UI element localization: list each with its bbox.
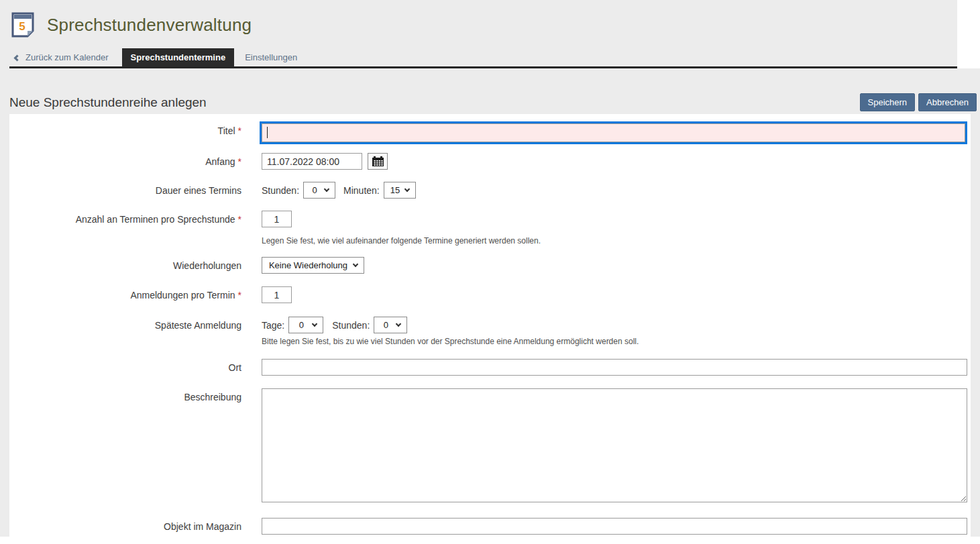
page-title: Neue Sprechstundenreihe anlegen <box>9 95 207 110</box>
required-asterisk: * <box>238 290 241 301</box>
anfang-datetime-input[interactable] <box>262 153 362 170</box>
calendar-icon <box>372 156 384 166</box>
content-zone: Neue Sprechstundenreihe anlegen Speicher… <box>0 68 980 537</box>
anmeldungen-label: Anmeldungen pro Termin* <box>9 286 262 301</box>
row-beschreibung: Beschreibung <box>9 388 967 502</box>
row-objekt: Objekt im Magazin <box>9 518 967 535</box>
dauer-stunden-label: Stunden: <box>262 185 299 196</box>
app-title: Sprechstundenverwaltung <box>47 15 252 36</box>
header-band: 5 Sprechstundenverwaltung Zurück zum Kal… <box>0 0 957 68</box>
text-caret <box>267 127 268 138</box>
chevron-down-icon <box>324 186 329 192</box>
tab-bar: Zurück zum Kalender Sprechstundentermine… <box>9 48 957 68</box>
required-asterisk: * <box>238 214 241 225</box>
anzahl-label: Anzahl an Terminen pro Sprechstunde* <box>9 211 262 225</box>
row-wiederholungen: Wiederholungen Keine Wiederholung <box>9 257 967 274</box>
spaeteste-hint: Bitte legen Sie fest, bis zu wie viel St… <box>262 337 967 346</box>
calendar-picker-button[interactable] <box>368 153 388 170</box>
ort-label: Ort <box>9 359 262 373</box>
form-panel: Titel* Anfang* <box>9 114 971 537</box>
spaeteste-label: Späteste Anmeldung <box>9 317 262 331</box>
calendar-app-icon: 5 <box>11 12 34 38</box>
ort-input[interactable] <box>262 359 967 376</box>
tab-sprechstundentermine[interactable]: Sprechstundentermine <box>122 48 235 66</box>
toolbar-buttons: Speichern Abbrechen <box>860 93 977 111</box>
dauer-stunden-select[interactable]: 0 <box>303 182 335 199</box>
save-button[interactable]: Speichern <box>860 93 916 111</box>
row-anmeldungen: Anmeldungen pro Termin* <box>9 286 967 303</box>
required-asterisk: * <box>238 156 241 167</box>
chevron-down-icon <box>353 262 358 267</box>
beschreibung-textarea[interactable] <box>262 388 967 502</box>
row-titel: Titel* <box>9 122 967 142</box>
row-dauer: Dauer eines Termins Stunden: 0 Minuten: … <box>9 182 967 199</box>
app-header: 5 Sprechstundenverwaltung <box>0 0 957 48</box>
beschreibung-label: Beschreibung <box>9 388 262 402</box>
row-spaeteste: Späteste Anmeldung Tage: 0 Stunden: 0 Bi… <box>9 317 967 346</box>
svg-text:5: 5 <box>19 20 25 33</box>
chevron-down-icon <box>312 321 317 327</box>
titel-label: Titel* <box>9 122 262 136</box>
wiederholungen-select[interactable]: Keine Wiederholung <box>262 257 364 274</box>
anzahl-input[interactable] <box>262 211 292 227</box>
top-zone: 5 Sprechstundenverwaltung Zurück zum Kal… <box>0 0 980 68</box>
anfang-label: Anfang* <box>9 153 262 167</box>
toolbar: Neue Sprechstundenreihe anlegen Speicher… <box>9 68 977 111</box>
chevron-left-icon <box>14 54 21 61</box>
objekt-label: Objekt im Magazin <box>9 518 262 532</box>
back-link-label: Zurück zum Kalender <box>25 52 109 62</box>
chevron-down-icon <box>396 321 401 327</box>
wiederholungen-label: Wiederholungen <box>9 257 262 271</box>
back-to-calendar-link[interactable]: Zurück zum Kalender <box>9 48 118 66</box>
required-asterisk: * <box>238 125 241 136</box>
row-ort: Ort <box>9 359 967 376</box>
spaeteste-stunden-select[interactable]: 0 <box>374 317 407 333</box>
spaeteste-stunden-label: Stunden: <box>332 320 370 331</box>
row-anfang: Anfang* <box>9 153 967 170</box>
dauer-minuten-select[interactable]: 15 <box>384 182 416 199</box>
titel-input[interactable] <box>262 123 965 142</box>
cancel-button[interactable]: Abbrechen <box>918 93 977 111</box>
anmeldungen-input[interactable] <box>262 286 292 303</box>
anzahl-hint: Legen Sie fest, wie viel aufeinander fol… <box>262 236 967 246</box>
row-anzahl: Anzahl an Terminen pro Sprechstunde* Leg… <box>9 211 967 246</box>
spaeteste-tage-label: Tage: <box>262 320 284 331</box>
spaeteste-tage-select[interactable]: 0 <box>288 317 323 333</box>
objekt-input[interactable] <box>262 518 967 535</box>
dauer-label: Dauer eines Termins <box>9 182 262 196</box>
chevron-down-icon <box>404 186 410 192</box>
tab-einstellungen[interactable]: Einstellungen <box>234 48 308 66</box>
dauer-minuten-label: Minuten: <box>343 185 380 196</box>
